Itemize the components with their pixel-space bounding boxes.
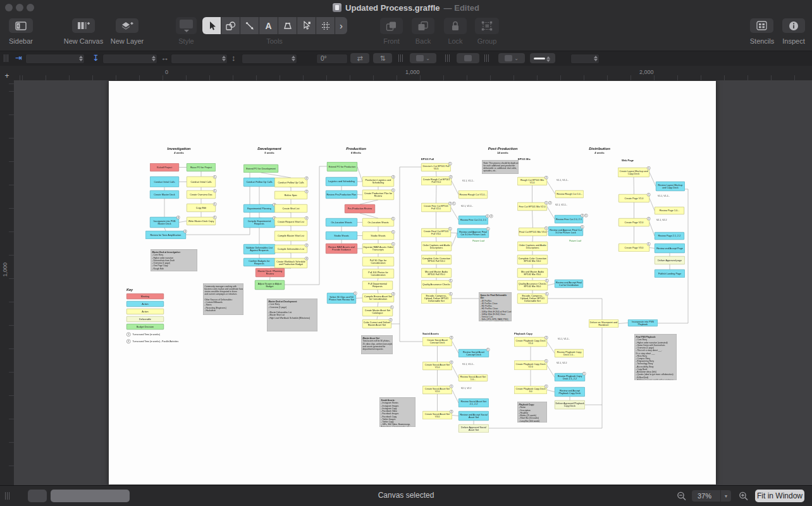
flow-node-p10r[interactable]: Compile Review Asset Set for Considerati… (362, 293, 394, 302)
note-box[interactable]: Note: This process should be duplicatedf… (482, 160, 519, 174)
flow-node-d8[interactable]: Master Deck / Planning Review (255, 268, 285, 277)
flow-node-inv5[interactable]: Create Master Deck (150, 190, 179, 199)
front-button[interactable] (380, 18, 403, 34)
flow-node-m10[interactable]: Quality Assurance Checks EP101 Mix V6.01 (517, 280, 548, 290)
flow-node-m1[interactable]: Rough Cut EP101 Mix V1.02 (517, 177, 547, 185)
inspect-button[interactable] (782, 18, 805, 33)
flow-node-w2[interactable]: Review Layout Mockup and Copy Deck (656, 182, 685, 191)
flow-node-p6r[interactable]: Organize RAW Assets Order Transcripts1 (362, 244, 394, 254)
flow-node-d3r[interactable]: Create Shot List (274, 204, 307, 213)
flow-node-b6[interactable]: Review and Accept Playbook Copy Deck (555, 387, 585, 397)
stencils-button[interactable] (750, 18, 773, 33)
flow-node-f9[interactable]: Mix and Master Audio EP101 Full V5.0 (421, 268, 452, 278)
flow-node-m11[interactable]: Review and Accept Final Cut for Distribu… (555, 280, 583, 288)
shadow-style-well[interactable] (457, 53, 479, 63)
flow-node-s6[interactable]: Review Social Asset Set 2.1, 2.2 (458, 398, 489, 407)
height-field[interactable] (242, 54, 297, 64)
note-box[interactable]: Playbook Copy:- Name- Description- Headl… (517, 402, 547, 423)
fill-style-well[interactable]: ⌄ (410, 53, 436, 63)
flow-node-inv2[interactable]: Raise PO for Project (187, 163, 216, 171)
flow-node-f10[interactable]: Quality Assurance Checks1 (421, 280, 452, 288)
flow-node-p5r[interactable]: Studio Shoots1 (362, 231, 394, 240)
flow-node-inv9[interactable]: Write Master Deck Copy1 (187, 217, 216, 225)
flow-node-d5r[interactable]: Compile Master Shot List (274, 231, 307, 241)
flow-node-w10[interactable]: Publish Landing Page (655, 269, 685, 278)
ruler-origin-corner[interactable]: + (0, 66, 14, 80)
point-editor-tool-button[interactable] (297, 17, 316, 34)
line-thickness-well[interactable] (530, 53, 555, 63)
line-tool-button[interactable] (240, 17, 259, 34)
flow-node-s8[interactable]: Review and Accept Social Asset Set (458, 411, 489, 421)
flow-node-m6[interactable]: Review and Approve Final Cut 3.0 for Pic… (548, 226, 583, 236)
group-button[interactable] (475, 18, 499, 34)
note-box[interactable]: Master Deck at Investigation:- Core Stor… (151, 249, 197, 271)
flow-node-p4r[interactable]: On-Location Shoots1 (362, 218, 394, 226)
flow-node-w1[interactable]: Create Layout Mockup and Copy Deck1 (618, 168, 649, 177)
flow-node-b5[interactable]: Create Playbook Copy Deck 3.01 (514, 386, 547, 394)
flow-node-f4[interactable]: Review Fine Cut 2.0, 2.112 (458, 216, 488, 225)
fit-in-window-button[interactable]: Fit in Window (755, 490, 804, 502)
flow-node-m5[interactable]: Final Cut EP101 Mix V3.01 (519, 228, 547, 236)
stepper-icon[interactable] (546, 56, 550, 63)
zoom-in-icon[interactable] (739, 491, 749, 501)
note-box[interactable]: Community managers working withbusiness … (203, 283, 243, 315)
width-field[interactable] (171, 54, 228, 64)
flow-node-p1l[interactable]: Logistics and Scheduling (326, 177, 357, 186)
flow-node-s7[interactable]: Create Social Asset Set V3.02 (422, 411, 452, 419)
flow-node-d6r[interactable]: Compile Deliverables List2 (274, 245, 307, 253)
rotation-field[interactable]: 0° (316, 54, 348, 64)
flow-node-p2l[interactable]: Review Pre-Production Plan (326, 190, 357, 199)
flow-node-d4l[interactable]: Compile Experimental Requests1 (243, 218, 275, 228)
flow-node-m7[interactable]: Order Captions and Audio Descriptions (517, 242, 548, 251)
flow-node-inv1[interactable]: Kickoff Project (150, 163, 179, 171)
new-layer-button[interactable] (116, 18, 138, 33)
sidebar-button[interactable] (9, 18, 33, 33)
flow-node-w5[interactable]: Create Page V2.02 (618, 218, 649, 226)
shape-tool-button[interactable] (221, 17, 240, 34)
flow-node-d2r[interactable]: Refine Spec2 (274, 191, 307, 199)
flow-node-w9[interactable]: Deliver Approved page (655, 256, 685, 264)
flow-node-f5[interactable]: Create Final Cut EP101 Full V3.01 (421, 228, 451, 237)
zoom-out-icon[interactable] (677, 491, 687, 501)
canvas-background[interactable]: Investigation4 weeksDevelopment5 weeksPr… (14, 80, 812, 486)
stepper-icon[interactable] (78, 55, 83, 62)
y-position-field[interactable] (102, 54, 157, 64)
text-tool-button[interactable]: A (259, 17, 278, 34)
flow-node-f11[interactable]: Encode, Compress, Upload, Deliver EP101 … (421, 293, 452, 304)
more-tools-button[interactable]: › (335, 17, 347, 34)
note-box[interactable]: Master Asset Set:Total assets will be 30… (361, 335, 393, 354)
flow-node-inv3[interactable]: Conduct Initial Calls (150, 176, 179, 187)
flow-node-s1[interactable]: Create Social Asset Concept Deck2 (422, 337, 452, 346)
flow-node-m9[interactable]: Mix and Master Audio EP101 Mix V5.0 (517, 268, 548, 278)
flow-node-b4[interactable]: Review Playbook Copy Deck 2.1, 2.21 (555, 373, 585, 381)
flow-node-p5l[interactable]: Studio Shoots (326, 231, 357, 240)
lock-button[interactable] (444, 18, 467, 34)
style-button[interactable] (176, 17, 197, 34)
grid-tool-button[interactable] (316, 17, 335, 34)
flow-node-p0[interactable]: Extend PO for Production (327, 162, 357, 171)
flow-node-d7l[interactable]: Confirm Budgets for Requests (243, 258, 275, 266)
title-bar[interactable]: Updated Process.graffle — Edited (0, 0, 812, 15)
flow-node-m2[interactable]: Review Rough Cut 1.0... (555, 190, 584, 198)
flow-node-d1l[interactable]: Conduct Follow Up Calls (243, 178, 275, 187)
stepper-icon[interactable] (593, 55, 598, 62)
flow-node-p1r[interactable]: Production Logistics and Scheduling2 (362, 176, 394, 187)
flow-node-s3[interactable]: Create Social Asset Set V1.02 (422, 362, 452, 370)
zoom-level-dropdown[interactable]: 37% ▾ (692, 490, 731, 502)
flow-node-s9[interactable]: Deliver Approved Social Asset Set (458, 424, 489, 433)
flow-node-f7[interactable]: Order Captions and Audio Descriptions (421, 242, 452, 251)
flow-node-p4l[interactable]: On-Location Shoots (326, 218, 357, 226)
flow-node-m3[interactable]: Fine Cut EP101 Mix V2.012 (517, 202, 547, 211)
flow-node-b2[interactable]: Review Playbook Copy Deck 1.0... (555, 349, 584, 357)
flow-node-s2[interactable]: Review Social Asset Concept Deck1 (458, 349, 489, 357)
flow-node-p11[interactable]: Create Master Asset Set Catalogue1 (362, 307, 393, 316)
flow-node-m12[interactable]: Encode, Compress, Upload, Deliver EP101 … (517, 293, 548, 304)
flow-node-b3[interactable]: Create Playbook Copy Deck V2.01 (514, 361, 547, 370)
flow-node-inv7[interactable]: Copy Edit1 (187, 204, 216, 212)
flow-node-f0[interactable]: Director's Cut EP101 Full V0.51 (421, 163, 451, 171)
flow-node-p6l[interactable]: Review RAW Assets and Provide Guidance (326, 244, 357, 254)
note-box[interactable]: Final PSN Playbook:- Core Story- Higher … (634, 334, 677, 380)
flow-node-d6l[interactable]: Validate Deliverables List Against Reque… (243, 244, 275, 254)
flow-node-g2[interactable]: Incorporate into PSN Playbook (628, 319, 658, 326)
canvas-page[interactable]: Investigation4 weeksDevelopment5 weeksPr… (109, 81, 716, 484)
